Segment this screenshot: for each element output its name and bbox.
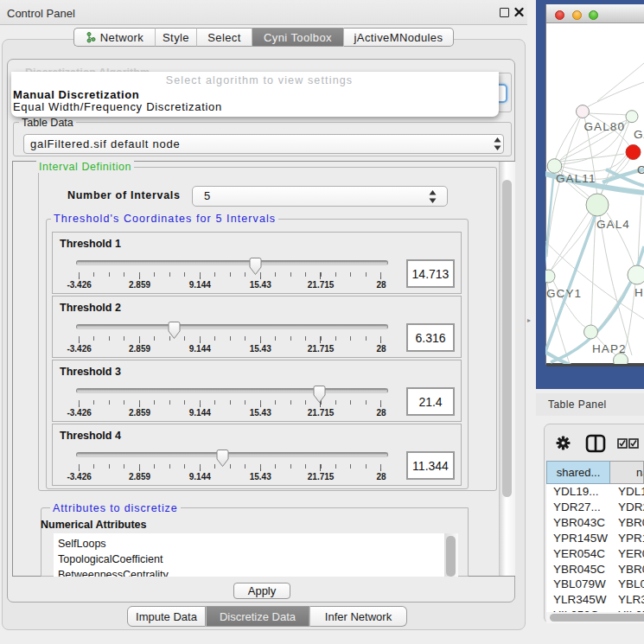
svg-text:HAP2: HAP2	[592, 342, 627, 355]
svg-text:GAL80: GAL80	[584, 120, 626, 133]
svg-text:GAL11: GAL11	[556, 172, 596, 185]
svg-text:GCY1: GCY1	[546, 287, 582, 300]
svg-text:H: H	[634, 286, 644, 299]
svg-text:C: C	[637, 163, 644, 176]
svg-text:GA: GA	[634, 128, 644, 141]
svg-text:GAL4: GAL4	[596, 218, 630, 231]
